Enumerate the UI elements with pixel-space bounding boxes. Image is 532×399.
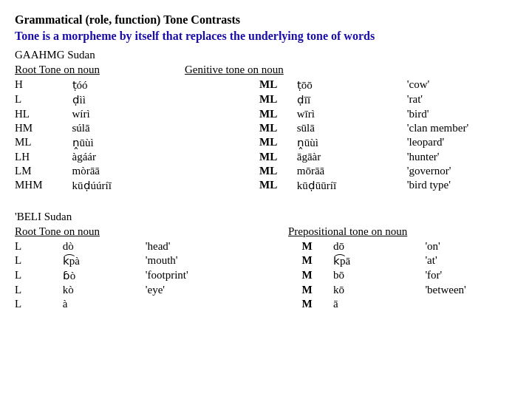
prep-gloss: 'for' [425, 268, 517, 283]
page-subtitle: Tone is a morpheme by itself that replac… [15, 28, 517, 44]
gaahmg-table: H ṭóó ML ṭōō 'cow' L ḍìì ML ḍīī 'rat' HL… [15, 78, 517, 193]
root-gloss [146, 297, 247, 311]
ml-label: ML [259, 78, 297, 92]
gen-gloss: 'cow' [407, 78, 517, 92]
page-title: Grammatical (role, function) Tone Contra… [15, 13, 517, 27]
gen-gloss: 'governor' [407, 164, 517, 178]
beli-section-name: 'BELI Sudan [15, 211, 517, 223]
m-label: M [302, 283, 333, 297]
gen-val: wīrì [297, 107, 407, 121]
root-key: MHM [15, 178, 72, 193]
gen-val: ṭōō [297, 78, 407, 92]
gen-val: ḍīī [297, 92, 407, 107]
gaahmg-root-heading: Root Tone on noun [15, 64, 100, 75]
root-gloss: 'head' [146, 239, 247, 253]
table-row: ML ṋūùì ML ṋūùì 'leopard' [15, 135, 517, 150]
gen-gloss: 'bird' [407, 107, 517, 121]
prep-val: kō [333, 283, 426, 297]
root-key: L [15, 239, 63, 253]
table-row: L dò 'head' M dō 'on' [15, 239, 517, 253]
table-row: L à M ā [15, 297, 517, 311]
prep-gloss: 'at' [425, 253, 517, 268]
root-key: L [15, 92, 72, 107]
root-key: HL [15, 107, 72, 121]
prep-val: ā [333, 297, 426, 311]
prep-gloss [425, 297, 517, 311]
table-row: L kò 'eye' M kō 'between' [15, 283, 517, 297]
ml-label: ML [259, 178, 297, 193]
root-key: L [15, 253, 63, 268]
prep-val: dō [333, 239, 426, 253]
table-row: LM mòrāā ML mōrāā 'governor' [15, 164, 517, 178]
gen-val: mōrāā [297, 164, 407, 178]
table-row: H ṭóó ML ṭōō 'cow' [15, 78, 517, 92]
root-val: súlā [72, 121, 171, 135]
root-val: kò [63, 283, 146, 297]
ml-label: ML [259, 135, 297, 150]
gen-val: ṋūùì [297, 135, 407, 150]
root-val: mòrāā [72, 164, 171, 178]
table-row: L ɓò 'footprint' M bō 'for' [15, 268, 517, 283]
gen-gloss: 'hunter' [407, 150, 517, 164]
root-val: ḍìì [72, 92, 171, 107]
root-val: kūḍúúríī [72, 178, 171, 193]
root-key: LM [15, 164, 72, 178]
beli-root-heading: Root Tone on noun [15, 225, 100, 237]
ml-label: ML [259, 164, 297, 178]
root-gloss: 'eye' [146, 283, 247, 297]
ml-label: ML [259, 107, 297, 121]
table-row: L k͡pà 'mouth' M k͡pā 'at' [15, 253, 517, 268]
gen-val: kūḍūūríī [297, 178, 407, 193]
gen-val: sūlā [297, 121, 407, 135]
root-gloss: 'footprint' [146, 268, 247, 283]
m-label: M [302, 268, 333, 283]
beli-prep-heading: Prepositional tone on noun [288, 225, 407, 237]
m-label: M [302, 253, 333, 268]
gen-val: āgāàr [297, 150, 407, 164]
ml-label: ML [259, 150, 297, 164]
root-key: LH [15, 150, 72, 164]
m-label: M [302, 297, 333, 311]
root-key: H [15, 78, 72, 92]
prep-val: k͡pā [333, 253, 426, 268]
gen-gloss: 'clan member' [407, 121, 517, 135]
gen-gloss: 'rat' [407, 92, 517, 107]
root-val: ɓò [63, 268, 146, 283]
gen-gloss: 'leopard' [407, 135, 517, 150]
table-row: LH àgáár ML āgāàr 'hunter' [15, 150, 517, 164]
ml-label: ML [259, 121, 297, 135]
root-key: L [15, 268, 63, 283]
ml-label: ML [259, 92, 297, 107]
root-key: ML [15, 135, 72, 150]
root-val: à [63, 297, 146, 311]
prep-gloss: 'on' [425, 239, 517, 253]
root-val: ṭóó [72, 78, 171, 92]
gen-gloss: 'bird type' [407, 178, 517, 193]
root-key: HM [15, 121, 72, 135]
gaahmg-section-name: GAAHMG Sudan [15, 49, 517, 61]
prep-val: bō [333, 268, 426, 283]
root-val: dò [63, 239, 146, 253]
root-val: wírì [72, 107, 171, 121]
m-label: M [302, 239, 333, 253]
gaahmg-genitive-heading: Genitive tone on noun [185, 64, 284, 75]
gaahmg-section: GAAHMG Sudan Root Tone on noun Genitive … [15, 49, 517, 193]
beli-table: L dò 'head' M dō 'on' L k͡pà 'mouth' M k… [15, 239, 517, 311]
root-key: L [15, 283, 63, 297]
root-key: L [15, 297, 63, 311]
root-val: k͡pà [63, 253, 146, 268]
table-row: HM súlā ML sūlā 'clan member' [15, 121, 517, 135]
table-row: HL wírì ML wīrì 'bird' [15, 107, 517, 121]
root-gloss: 'mouth' [146, 253, 247, 268]
table-row: L ḍìì ML ḍīī 'rat' [15, 92, 517, 107]
beli-section: 'BELI Sudan Root Tone on noun Prepositio… [15, 211, 517, 311]
table-row: MHM kūḍúúríī ML kūḍūūríī 'bird type' [15, 178, 517, 193]
prep-gloss: 'between' [425, 283, 517, 297]
root-val: ṋūùì [72, 135, 171, 150]
root-val: àgáár [72, 150, 171, 164]
